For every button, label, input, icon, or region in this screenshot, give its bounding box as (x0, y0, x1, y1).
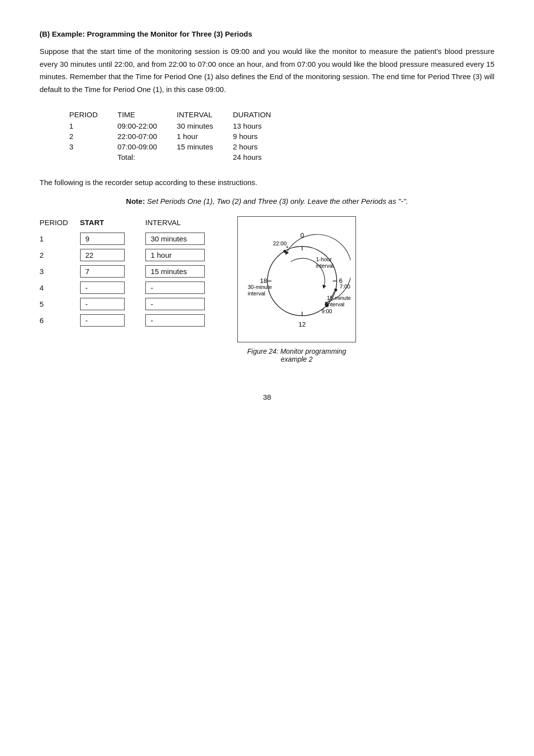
row4-start[interactable]: - (80, 280, 145, 296)
row4-interval[interactable]: - (145, 280, 222, 296)
table-row: 5 - - (40, 296, 222, 312)
note-text: Note: Set Periods One (1), Two (2) and T… (40, 197, 494, 205)
row5-period: 5 (40, 296, 80, 312)
svg-text:30-minute: 30-minute (248, 284, 272, 290)
svg-text:+: + (286, 244, 289, 250)
summary-row2-interval: 1 hour (177, 131, 233, 142)
section-title: (B) Example: Programming the Monitor for… (40, 30, 494, 38)
svg-text:15-minute: 15-minute (327, 295, 351, 301)
summary-header-duration: DURATION (233, 109, 291, 121)
summary-row1-interval: 30 minutes (177, 121, 233, 131)
table-row: 1 9 30 minutes (40, 231, 222, 247)
row2-start[interactable]: 22 (80, 247, 145, 263)
note-bold: Note: (126, 197, 145, 205)
clock-border: 0 6 12 18 22:00 + 7:00 (237, 216, 356, 342)
summary-row1-duration: 13 hours (233, 121, 291, 131)
svg-text:1-hour: 1-hour (316, 256, 332, 262)
row6-period: 6 (40, 312, 80, 329)
page-number: 38 (40, 393, 494, 401)
table-row: 3 7 15 minutes (40, 263, 222, 280)
summary-header-interval: INTERVAL (177, 109, 233, 121)
figure-area: PERIOD START INTERVAL 1 9 30 minutes 2 2… (40, 216, 494, 363)
summary-row3-period: 3 (69, 142, 118, 152)
summary-row3-duration: 2 hours (233, 142, 291, 152)
body-text: Suppose that the start time of the monit… (40, 45, 494, 95)
figure-caption: Figure 24: Monitor programming example 2 (237, 347, 356, 363)
table-row: 6 - - (40, 312, 222, 329)
period-col-header: PERIOD (40, 216, 80, 231)
svg-text:interval: interval (327, 301, 344, 307)
row6-interval[interactable]: - (145, 312, 222, 329)
summary-total-label: Total: (118, 152, 177, 162)
summary-total-interval (177, 152, 233, 162)
row2-period: 2 (40, 247, 80, 263)
summary-row2-duration: 9 hours (233, 131, 291, 142)
summary-header-time: TIME (118, 109, 177, 121)
svg-point-9 (283, 250, 286, 253)
summary-row3-time: 07:00-09:00 (118, 142, 177, 152)
table-row: 4 - - (40, 280, 222, 296)
interval-col-header: INTERVAL (145, 216, 222, 231)
summary-row1-period: 1 (69, 121, 118, 131)
summary-total-label-period (69, 152, 118, 162)
period-table: PERIOD START INTERVAL 1 9 30 minutes 2 2… (40, 216, 222, 329)
clock-diagram: 0 6 12 18 22:00 + 7:00 (237, 216, 356, 363)
row1-start[interactable]: 9 (80, 231, 145, 247)
summary-header-period: PERIOD (69, 109, 118, 121)
follow-text: The following is the recorder setup acco… (40, 176, 494, 189)
note-italic: Set Periods One (1), Two (2) and Three (… (147, 197, 408, 205)
svg-text:18: 18 (260, 277, 267, 284)
svg-text:interval: interval (248, 290, 265, 296)
summary-table: PERIOD TIME INTERVAL DURATION 1 09:00-22… (69, 109, 291, 162)
summary-total-duration: 24 hours (233, 152, 291, 162)
start-col-header: START (80, 216, 145, 231)
summary-row2-time: 22:00-07:00 (118, 131, 177, 142)
summary-row2-period: 2 (69, 131, 118, 142)
table-row: 2 22 1 hour (40, 247, 222, 263)
svg-point-12 (334, 288, 337, 291)
row4-period: 4 (40, 280, 80, 296)
row1-interval[interactable]: 30 minutes (145, 231, 222, 247)
clock-svg: 0 6 12 18 22:00 + 7:00 (243, 222, 351, 337)
summary-row3-interval: 15 minutes (177, 142, 233, 152)
row6-start[interactable]: - (80, 312, 145, 329)
row2-interval[interactable]: 1 hour (145, 247, 222, 263)
svg-text:22:00: 22:00 (273, 240, 287, 246)
row3-period: 3 (40, 263, 80, 280)
row3-start[interactable]: 7 (80, 263, 145, 280)
svg-text:12: 12 (299, 321, 306, 328)
row3-interval[interactable]: 15 minutes (145, 263, 222, 280)
summary-row1-time: 09:00-22:00 (118, 121, 177, 131)
svg-text:9:00: 9:00 (321, 308, 332, 314)
row5-interval[interactable]: - (145, 296, 222, 312)
row5-start[interactable]: - (80, 296, 145, 312)
svg-text:interval: interval (316, 263, 333, 269)
svg-text:7:00: 7:00 (340, 284, 350, 289)
row1-period: 1 (40, 231, 80, 247)
